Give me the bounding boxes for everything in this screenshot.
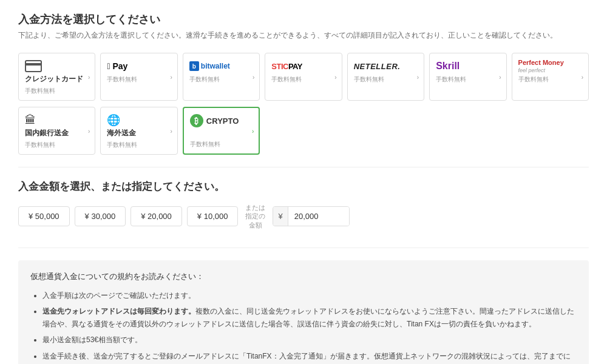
applepay-icon:  Pay <box>107 61 127 71</box>
bitwallet-icon: b <box>189 61 199 71</box>
chevron-right-icon: › <box>499 73 501 80</box>
empty-cell-3 <box>429 107 506 155</box>
payment-card-applepay[interactable]:  Pay 手数料無料 › <box>100 53 177 101</box>
chevron-right-icon: › <box>88 73 90 80</box>
globe-icon: 🌐 <box>107 113 120 127</box>
info-list: 入金手順は次のページでご確認いただけます。 送金先ウォレットアドレスは毎回変わり… <box>30 289 577 364</box>
sticpay-icon: STICPAY <box>271 62 302 71</box>
chevron-right-icon: › <box>171 127 172 134</box>
amount-button-20000[interactable]: ¥ 20,000 <box>131 206 182 226</box>
chevron-right-icon: › <box>252 127 254 134</box>
info-item-1: 入金手順は次のページでご確認いただけます。 <box>42 289 577 302</box>
empty-cell-1 <box>265 107 342 155</box>
info-item-3: 最小送金額は53€相当額です。 <box>42 334 577 346</box>
payment-card-perfectmoney[interactable]: Perfect Money feel perfect 手数料無料 › <box>512 53 589 101</box>
payment-grid-row2: 🏛 国内銀行送金 手数料無料 › 🌐 海外送金 手数料無料 › ₿ CRYPTO… <box>18 107 589 155</box>
info-title: 仮想通貨入金についての規約をお読みください： <box>30 270 577 283</box>
payment-card-skrill[interactable]: Skrill 手数料無料 › <box>429 53 506 101</box>
chevron-right-icon: › <box>253 73 254 80</box>
payment-card-sticpay[interactable]: STICPAY 手数料無料 › <box>265 53 342 101</box>
section-divider <box>18 167 589 167</box>
skrill-icon: Skrill <box>436 61 459 72</box>
bank-icon: 🏛 <box>25 114 36 127</box>
chevron-right-icon: › <box>171 73 172 80</box>
payment-card-credit[interactable]: クレジットカード 手数料無料 › <box>18 53 95 101</box>
or-label: または指定の金額 <box>245 203 265 229</box>
page-title: 入金方法を選択してください <box>18 12 589 27</box>
amount-selector: ¥ 50,000 ¥ 30,000 ¥ 20,000 ¥ 10,000 または指… <box>18 203 589 229</box>
info-item-2: 送金先ウォレットアドレスは毎回変わります。複数の入金に、同じ送金先ウォレットアド… <box>42 305 577 330</box>
neteller-icon: NETELLER. <box>354 62 401 71</box>
payment-card-crypto[interactable]: ₿ CRYPTO 手数料無料 › <box>183 107 260 155</box>
payment-grid-row1: クレジットカード 手数料無料 ›  Pay 手数料無料 › b bitwall… <box>18 53 589 101</box>
chevron-right-icon: › <box>417 73 419 80</box>
payment-card-neteller[interactable]: NETELLER. 手数料無料 › <box>347 53 424 101</box>
amount-button-10000[interactable]: ¥ 10,000 <box>187 206 239 226</box>
payment-card-overseas[interactable]: 🌐 海外送金 手数料無料 › <box>100 107 177 155</box>
amount-title: 入金金額を選択、または指定してください。 <box>18 180 589 194</box>
chevron-right-icon: › <box>334 73 336 80</box>
info-box: 仮想通貨入金についての規約をお読みください： 入金手順は次のページでご確認いただ… <box>18 260 589 364</box>
chevron-right-icon: › <box>582 73 583 80</box>
payment-card-bitwallet[interactable]: b bitwallet 手数料無料 › <box>183 53 260 101</box>
credit-card-icon <box>25 60 42 72</box>
currency-prefix: ¥ <box>273 207 288 226</box>
amount-input-wrapper: ¥ <box>273 206 349 226</box>
page-subtitle: 下記より、ご希望の入金方法を選択してください。速滑な手続きを進めることができるよ… <box>18 30 589 41</box>
chevron-right-icon: › <box>88 127 90 134</box>
payment-card-domestic[interactable]: 🏛 国内銀行送金 手数料無料 › <box>18 107 95 155</box>
amount-button-30000[interactable]: ¥ 30,000 <box>75 206 126 226</box>
amount-input[interactable] <box>288 207 349 226</box>
info-item-4: 送金手続き後、送金が完了するとご登録のメールアドレスに「TitanFX：入金完了… <box>42 350 577 364</box>
amount-button-50000[interactable]: ¥ 50,000 <box>18 206 70 226</box>
empty-cell-2 <box>347 107 424 155</box>
empty-cell-4 <box>512 107 589 155</box>
perfectmoney-icon: Perfect Money feel perfect <box>518 59 564 73</box>
section-divider-2 <box>18 248 589 248</box>
crypto-icon: ₿ <box>190 114 203 127</box>
